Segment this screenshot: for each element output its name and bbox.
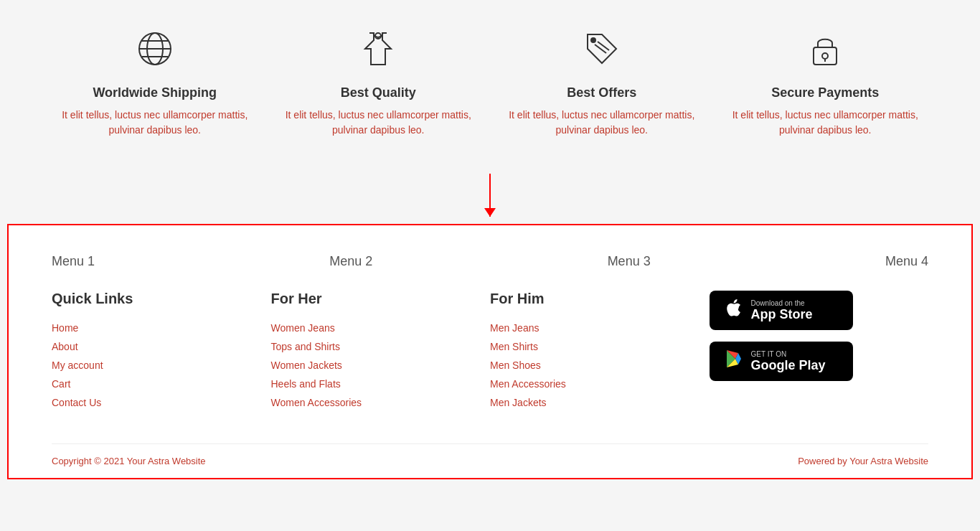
feature-title: Best Offers	[504, 85, 699, 100]
apple-icon	[724, 298, 744, 323]
cart-link[interactable]: Cart	[52, 378, 70, 390]
list-item: About	[52, 340, 271, 353]
scroll-arrow	[0, 159, 980, 224]
tops-shirts-link[interactable]: Tops and Shirts	[271, 341, 341, 352]
list-item: Women Accessories	[271, 396, 491, 409]
list-item: Women Jeans	[271, 321, 491, 334]
svg-point-10	[822, 53, 828, 59]
list-item: Home	[52, 321, 271, 334]
for-him-col: For Him Men Jeans Men Shirts Men Shoes M…	[490, 291, 710, 415]
list-item: Men Shoes	[490, 359, 710, 372]
feature-secure-payments: Secure Payments It elit tellus, luctus n…	[714, 29, 938, 138]
for-her-list: Women Jeans Tops and Shirts Women Jacket…	[271, 321, 491, 409]
about-link[interactable]: About	[52, 341, 78, 352]
quick-links-title: Quick Links	[52, 291, 271, 307]
google-play-button[interactable]: GET IT ON Google Play	[710, 342, 853, 381]
dress-icon	[281, 29, 476, 77]
men-jackets-link[interactable]: Men Jackets	[490, 397, 547, 408]
feature-title: Worldwide Shipping	[57, 85, 253, 100]
list-item: Women Jackets	[271, 359, 491, 372]
menu-2-label: Menu 2	[329, 254, 372, 269]
feature-best-quality: Best Quality It elit tellus, luctus nec …	[267, 29, 491, 138]
women-jeans-link[interactable]: Women Jeans	[271, 322, 335, 334]
list-item: Contact Us	[52, 396, 271, 409]
powered-by-text: Powered by Your Astra Website	[798, 456, 928, 466]
app-store-text: Download on the App Store	[751, 299, 813, 322]
for-him-list: Men Jeans Men Shirts Men Shoes Men Acces…	[490, 321, 710, 409]
women-accessories-link[interactable]: Women Accessories	[271, 397, 362, 408]
contact-us-link[interactable]: Contact Us	[52, 397, 101, 408]
footer-bottom: Copyright © 2021 Your Astra Website Powe…	[52, 443, 928, 478]
men-jeans-link[interactable]: Men Jeans	[490, 322, 539, 334]
home-link[interactable]: Home	[52, 322, 78, 334]
svg-line-7	[595, 44, 606, 53]
list-item: Heels and Flats	[271, 377, 491, 390]
list-item: Cart	[52, 377, 271, 390]
men-accessories-link[interactable]: Men Accessories	[490, 378, 566, 390]
menu-row: Menu 1 Menu 2 Menu 3 Menu 4	[52, 254, 928, 269]
feature-desc: It elit tellus, luctus nec ullamcorper m…	[504, 108, 699, 138]
svg-point-6	[591, 38, 595, 42]
feature-desc: It elit tellus, luctus nec ullamcorper m…	[728, 108, 923, 138]
list-item: Men Shirts	[490, 340, 710, 353]
my-account-link[interactable]: My account	[52, 360, 103, 371]
feature-desc: It elit tellus, luctus nec ullamcorper m…	[281, 108, 476, 138]
list-item: My account	[52, 359, 271, 372]
heels-flats-link[interactable]: Heels and Flats	[271, 378, 341, 390]
feature-best-offers: Best Offers It elit tellus, luctus nec u…	[490, 29, 714, 138]
menu-1-label: Menu 1	[52, 254, 95, 269]
list-item: Men Jeans	[490, 321, 710, 334]
google-play-icon	[724, 349, 744, 374]
app-downloads-col: Download on the App Store	[710, 291, 929, 415]
svg-rect-9	[814, 47, 837, 65]
app-buttons: Download on the App Store	[710, 291, 929, 381]
arrow-down-icon	[489, 174, 491, 217]
list-item: Tops and Shirts	[271, 340, 491, 353]
lock-icon	[728, 29, 923, 77]
for-her-col: For Her Women Jeans Tops and Shirts Wome…	[271, 291, 491, 415]
feature-title: Secure Payments	[728, 85, 923, 100]
men-shirts-link[interactable]: Men Shirts	[490, 341, 538, 352]
list-item: Men Accessories	[490, 377, 710, 390]
app-store-button[interactable]: Download on the App Store	[710, 291, 853, 330]
men-shoes-link[interactable]: Men Shoes	[490, 360, 541, 371]
feature-worldwide-shipping: Worldwide Shipping It elit tellus, luctu…	[43, 29, 267, 138]
quick-links-col: Quick Links Home About My account Cart C…	[52, 291, 271, 415]
svg-line-8	[598, 42, 609, 50]
feature-title: Best Quality	[281, 85, 476, 100]
for-him-title: For Him	[490, 291, 710, 307]
for-her-title: For Her	[271, 291, 491, 307]
footer-section: Menu 1 Menu 2 Menu 3 Menu 4 Quick Links …	[7, 224, 973, 479]
quick-links-list: Home About My account Cart Contact Us	[52, 321, 271, 409]
tag-icon	[504, 29, 699, 77]
women-jackets-link[interactable]: Women Jackets	[271, 360, 342, 371]
menu-3-label: Menu 3	[608, 254, 651, 269]
google-play-text: GET IT ON Google Play	[751, 350, 826, 373]
feature-desc: It elit tellus, luctus nec ullamcorper m…	[57, 108, 253, 138]
copyright-text: Copyright © 2021 Your Astra Website	[52, 456, 206, 466]
globe-icon	[57, 29, 253, 77]
footer-columns: Quick Links Home About My account Cart C…	[52, 291, 928, 415]
list-item: Men Jackets	[490, 396, 710, 409]
features-section: Worldwide Shipping It elit tellus, luctu…	[0, 0, 980, 159]
menu-4-label: Menu 4	[885, 254, 928, 269]
